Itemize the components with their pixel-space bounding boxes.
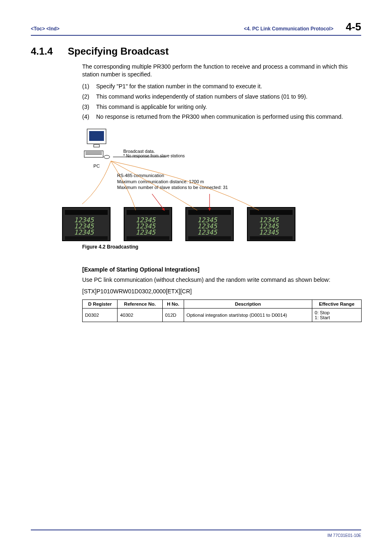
svg-rect-13: [65, 210, 108, 215]
device-icon: 123451234512345: [62, 207, 111, 242]
svg-rect-5: [94, 145, 99, 147]
svg-rect-34: [250, 210, 293, 215]
cell-desc: Optional integration start/stop (D0011 t…: [184, 309, 312, 322]
th-ref: Reference No.: [118, 300, 162, 309]
list-text: This command works independently of stat…: [96, 93, 307, 101]
page-header: <Toc> <Ind> <4. PC Link Communication Pr…: [31, 21, 361, 36]
figure-caption: Figure 4.2 Broadcasting: [82, 244, 361, 250]
rs485-label: RS-485 communication Maximum communicati…: [117, 173, 361, 190]
svg-rect-17: [65, 236, 108, 240]
numbered-list: (1)Specify "P1" for the station number i…: [82, 83, 361, 121]
svg-rect-20: [127, 210, 169, 215]
example-text: Use PC link communication (without check…: [82, 276, 361, 284]
cell-range: 0: Stop 1: Start: [312, 309, 361, 322]
footer-doc-id: IM 77C01E01-10E: [327, 533, 361, 538]
svg-rect-38: [250, 236, 293, 240]
svg-point-10: [104, 155, 110, 159]
list-num: (2): [82, 93, 96, 101]
svg-rect-24: [127, 236, 169, 240]
pc-icon: [82, 128, 111, 161]
section-heading: Specifying Broadcast: [68, 46, 168, 57]
header-links: <Toc> <Ind>: [31, 26, 60, 32]
device-icon: 123451234512345: [185, 207, 234, 242]
section-number: 4.1.4: [31, 46, 68, 57]
list-num: (3): [82, 103, 96, 111]
device-icon: 123451234512345: [123, 207, 173, 242]
rs-line: Maximum number of slave stations to be c…: [117, 184, 361, 190]
example-code: [STX]P1010WRW01D0302,0000[ETX][CR]: [82, 288, 361, 295]
toc-link[interactable]: <Toc>: [31, 26, 45, 32]
cell-ref: 40302: [118, 309, 162, 322]
list-text: This command is applicable for writing o…: [96, 103, 207, 111]
cell-dreg: D0302: [83, 309, 118, 322]
device-icon: 123451234512345: [247, 207, 296, 242]
devices-row: 123451234512345 123451234512345 12345123…: [62, 207, 361, 242]
list-text: Specify "P1" for the station number in t…: [96, 83, 262, 90]
rs-line: RS-485 communication: [117, 173, 361, 178]
table-row: D0302 40302 012D Optional integration st…: [83, 309, 362, 322]
figure-broadcast: PC Broadcast data. * No response from sl…: [82, 128, 361, 242]
intro-paragraph: The corresponding multiple PR300 perform…: [82, 63, 361, 78]
register-table: D Register Reference No. H No. Descripti…: [82, 299, 362, 322]
footer-rule: [31, 530, 361, 530]
chapter-label: <4. PC Link Communication Protocol>: [244, 26, 333, 32]
svg-rect-27: [188, 210, 231, 215]
list-num: (4): [82, 113, 96, 121]
broadcast-label: Broadcast data. * No response from slave…: [123, 149, 185, 158]
th-range: Effective Range: [312, 300, 361, 309]
rs-line: Maximum communication distance: 1200 m: [117, 179, 361, 184]
pc-label: PC: [82, 164, 111, 168]
th-hno: H No.: [162, 300, 184, 309]
list-num: (1): [82, 83, 96, 90]
list-text: No response is returned from the PR300 w…: [96, 113, 343, 121]
broadcast-sub: * No response from slave stations: [123, 154, 185, 158]
example-heading: [Example of Starting Optional Integratio…: [82, 266, 361, 273]
broadcast-title: Broadcast data.: [123, 149, 185, 154]
ind-link[interactable]: <Ind>: [46, 26, 60, 32]
cell-hno: 012D: [162, 309, 184, 322]
svg-rect-6: [84, 151, 103, 157]
th-dreg: D Register: [83, 300, 118, 309]
svg-rect-31: [188, 236, 231, 240]
page-number: 4-5: [346, 21, 361, 33]
svg-text:12345: 12345: [74, 228, 95, 236]
svg-text:12345: 12345: [259, 228, 279, 236]
section-title: 4.1.4Specifying Broadcast: [31, 46, 361, 57]
svg-rect-4: [89, 131, 104, 141]
svg-text:12345: 12345: [197, 228, 218, 236]
svg-text:12345: 12345: [136, 228, 156, 236]
th-desc: Description: [184, 300, 312, 309]
